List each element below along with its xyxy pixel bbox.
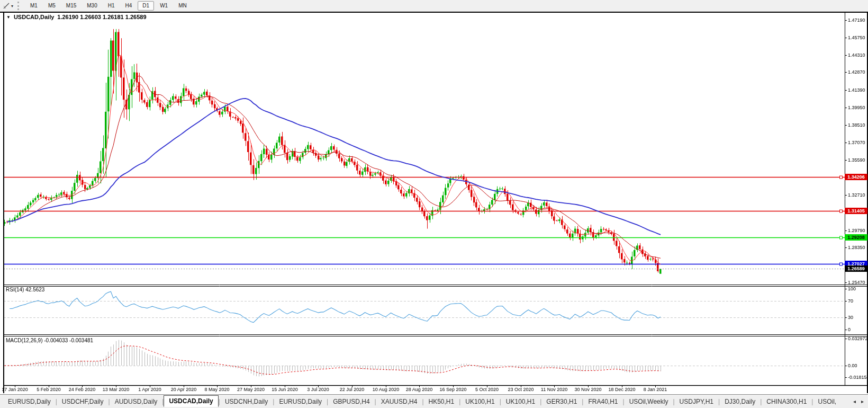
timeframe-toolbar: ▾ M1 M5 M15 M30 H1 H4 D1 W1 MN xyxy=(0,0,868,12)
tab-audusd-daily[interactable]: AUDUSD,Daily xyxy=(110,396,162,407)
rsi-tick-label: 30 xyxy=(848,315,853,320)
price-tick-label: 1.37070 xyxy=(848,140,865,145)
chart-tabs-bar: EURUSD,Daily|USDCHF,Daily|AUDUSD,Daily|U… xyxy=(0,394,868,408)
macd-tick-label: -0.018154 xyxy=(848,375,868,380)
date-label: 22 Jul 2020 xyxy=(333,387,370,393)
tabs-scroll-arrows: ◂▸ xyxy=(849,398,868,404)
date-label: 15 Jun 2020 xyxy=(266,387,303,393)
mt4-terminal: { "toolbar": { "timeframes": [ {"label":… xyxy=(0,0,868,408)
date-label: 28 Aug 2020 xyxy=(401,387,438,393)
date-label: 3 Jul 2020 xyxy=(300,387,337,393)
tab-gbpusd-h4[interactable]: GBPUSD,H4 xyxy=(328,396,374,407)
date-label: 13 Mar 2020 xyxy=(97,387,134,393)
date-label: 5 Oct 2020 xyxy=(468,387,505,393)
tabs-scroll-left-icon[interactable]: ◂ xyxy=(853,398,856,404)
timeframe-button-h4[interactable]: H4 xyxy=(121,1,137,11)
date-label: 18 Dec 2020 xyxy=(603,387,640,393)
date-label: 23 Oct 2020 xyxy=(502,387,539,393)
date-label: 24 Feb 2020 xyxy=(64,387,101,393)
timeframe-button-mn[interactable]: MN xyxy=(174,1,192,11)
timeframe-button-d1[interactable]: D1 xyxy=(138,1,154,11)
tab-usdcnh-daily[interactable]: USDCNH,Daily xyxy=(220,396,273,407)
date-label: 5 Feb 2020 xyxy=(30,387,67,393)
timeframe-button-w1[interactable]: W1 xyxy=(155,1,173,11)
date-label: 16 Sep 2020 xyxy=(435,387,472,393)
price-tick-label: 1.39950 xyxy=(848,105,865,110)
date-label: 8 May 2020 xyxy=(198,387,236,393)
price-tick-label: 1.44310 xyxy=(848,52,865,58)
dropdown-caret-icon[interactable]: ▾ xyxy=(11,4,13,8)
macd-tick-label: 0.032972 xyxy=(848,336,868,341)
collapse-caret-icon[interactable]: ▼ xyxy=(6,15,11,20)
tab-ger30-h1[interactable]: GER30,H1 xyxy=(541,396,582,407)
hline-price-badge: 1.29208 xyxy=(845,234,867,241)
chart-window: ▼ USDCAD,Daily 1.26190 1.26603 1.26181 1… xyxy=(0,0,868,394)
hline-price-badge: 1.34206 xyxy=(845,174,867,180)
tab-eurusd-daily[interactable]: EURUSD,Daily xyxy=(3,396,56,407)
price-tick-label: 1.28350 xyxy=(848,245,865,250)
rsi-label: RSI(14) 42.5623 xyxy=(6,287,44,292)
price-tick-label: 1.45750 xyxy=(848,35,865,40)
date-label: 17 Jan 2020 xyxy=(0,387,33,393)
date-label: 1 Apr 2020 xyxy=(131,387,168,393)
price-tick-label: 1.35590 xyxy=(848,157,865,163)
timeframe-button-m1[interactable]: M1 xyxy=(25,1,42,11)
tab-dj30-daily[interactable]: DJ30,Daily xyxy=(720,396,760,407)
price-tick-label: 1.25470 xyxy=(848,280,865,285)
current-price-badge: 1.26589 xyxy=(845,265,867,272)
line-studies-icon[interactable] xyxy=(2,1,11,11)
timeframe-button-m5[interactable]: M5 xyxy=(43,1,60,11)
tab-usdjpy-h1[interactable]: USDJPY,H1 xyxy=(675,396,718,407)
date-label: 8 Jan 2021 xyxy=(637,387,674,393)
line-studies-glyph xyxy=(3,2,10,10)
rsi-tick-label: 100 xyxy=(848,286,856,291)
chart-title: ▼ USDCAD,Daily 1.26190 1.26603 1.26181 1… xyxy=(6,14,147,20)
date-label: 10 Aug 2020 xyxy=(367,387,404,393)
toolbar-drag-handle[interactable] xyxy=(17,2,21,10)
price-tick-label: 1.29790 xyxy=(848,228,865,233)
date-label: 11 Nov 2020 xyxy=(536,387,573,393)
price-tick-label: 1.47190 xyxy=(848,17,865,23)
price-tick-label: 1.42870 xyxy=(848,69,865,75)
tab-usoil-weekly[interactable]: USOil,Weekly xyxy=(625,396,673,407)
hline-price-badge: 1.31405 xyxy=(845,208,867,214)
tab-uk100-h1[interactable]: UK100,H1 xyxy=(501,396,540,407)
tab-fra40-h1[interactable]: FRA40,H1 xyxy=(583,396,622,407)
macd-label: MACD(12,26,9) -0.004033 -0.003481 xyxy=(6,338,93,343)
rsi-tick-label: 0 xyxy=(848,327,851,332)
date-label: 20 Apr 2020 xyxy=(165,387,202,393)
tab-eurusd-daily[interactable]: EURUSD,Daily xyxy=(274,396,327,407)
macd-tick-label: 0.00 xyxy=(848,363,857,368)
tab-uk100-h1[interactable]: UK100,H1 xyxy=(460,396,499,407)
tab-china300-h1[interactable]: CHINA300,H1 xyxy=(762,396,811,407)
price-tick-label: 1.38510 xyxy=(848,122,865,128)
date-label: 30 Nov 2020 xyxy=(569,387,607,393)
timeframe-button-h1[interactable]: H1 xyxy=(103,1,120,11)
date-label: 27 May 2020 xyxy=(232,387,269,393)
price-tick-label: 1.41390 xyxy=(848,87,865,93)
tabs-scroll-right-icon[interactable]: ▸ xyxy=(861,398,864,404)
rsi-tick-label: 70 xyxy=(848,298,853,304)
tab-hk50-h1[interactable]: HK50,H1 xyxy=(424,396,459,407)
tab-xauusd-h4[interactable]: XAUUSD,H4 xyxy=(376,396,422,407)
timeframe-button-m15[interactable]: M15 xyxy=(61,1,81,11)
timeframe-button-m30[interactable]: M30 xyxy=(82,1,102,11)
chart-canvas[interactable] xyxy=(0,0,868,394)
tab-usdcad-daily[interactable]: USDCAD,Daily xyxy=(164,395,218,407)
tab-usoil-[interactable]: USOil, xyxy=(813,396,841,407)
chart-title-ohlc: 1.26190 1.26603 1.26181 1.26589 xyxy=(57,14,146,20)
price-tick-label: 1.32710 xyxy=(848,192,865,198)
tab-usdchf-daily[interactable]: USDCHF,Daily xyxy=(57,396,108,407)
chart-title-symbol: USDCAD,Daily xyxy=(14,14,54,20)
